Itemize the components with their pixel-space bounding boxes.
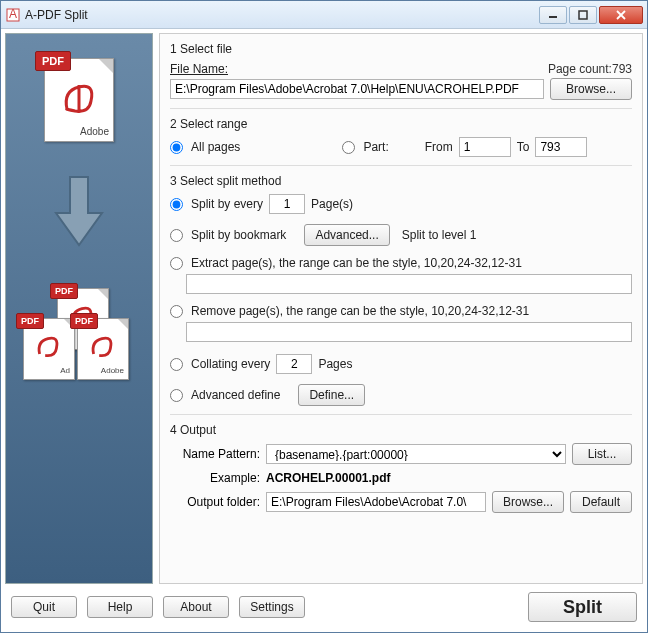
collating-radio[interactable]	[170, 358, 183, 371]
main-panel: 1 Select file File Name: Page count:793 …	[159, 33, 643, 584]
window-title: A-PDF Split	[25, 8, 539, 22]
page-count-label: Page count:793	[548, 62, 632, 76]
advanced-define-radio[interactable]	[170, 389, 183, 402]
collating-input[interactable]	[276, 354, 312, 374]
name-pattern-select[interactable]: {basename}.{part:00000}	[266, 444, 566, 464]
example-value: ACROHELP.00001.pdf	[266, 471, 390, 485]
to-label: To	[517, 140, 530, 154]
part-radio[interactable]	[342, 141, 355, 154]
section-output: 4 Output Name Pattern: {basename}.{part:…	[170, 423, 632, 521]
section4-title: 4 Output	[170, 423, 632, 437]
section-split-method: 3 Select split method Split by every Pag…	[170, 174, 632, 415]
section2-title: 2 Select range	[170, 117, 632, 131]
extract-radio[interactable]	[170, 257, 183, 270]
split-every-label: Split by every	[191, 197, 263, 211]
from-input[interactable]	[459, 137, 511, 157]
pdf-source-icon: PDF Adobe	[44, 58, 114, 142]
default-button[interactable]: Default	[570, 491, 632, 513]
define-button[interactable]: Define...	[298, 384, 365, 406]
application-window: A A-PDF Split PDF Adobe PDFAd	[0, 0, 648, 633]
example-label: Example:	[170, 471, 266, 485]
split-button[interactable]: Split	[528, 592, 637, 622]
app-icon: A	[5, 7, 21, 23]
section-select-range: 2 Select range All pages Part: From To	[170, 117, 632, 166]
about-button[interactable]: About	[163, 596, 229, 618]
to-input[interactable]	[535, 137, 587, 157]
from-label: From	[425, 140, 453, 154]
collating-label: Collating every	[191, 357, 270, 371]
part-label: Part:	[363, 140, 388, 154]
svg-text:A: A	[9, 8, 17, 21]
settings-button[interactable]: Settings	[239, 596, 305, 618]
split-level-label: Split to level 1	[402, 228, 477, 242]
pages-label2: Pages	[318, 357, 352, 371]
browse-file-button[interactable]: Browse...	[550, 78, 632, 100]
advanced-button[interactable]: Advanced...	[304, 224, 389, 246]
browse-folder-button[interactable]: Browse...	[492, 491, 564, 513]
split-every-radio[interactable]	[170, 198, 183, 211]
remove-radio[interactable]	[170, 305, 183, 318]
advanced-define-label: Advanced define	[191, 388, 280, 402]
remove-label: Remove page(s), the range can be the sty…	[191, 304, 529, 318]
close-button[interactable]	[599, 6, 643, 24]
sidebar-illustration: PDF Adobe PDFAd PDFAd PDFAdobe	[5, 33, 153, 584]
list-button[interactable]: List...	[572, 443, 632, 465]
minimize-button[interactable]	[539, 6, 567, 24]
output-folder-input[interactable]	[266, 492, 486, 512]
filename-label: File Name:	[170, 62, 228, 76]
down-arrow-icon	[49, 172, 109, 252]
split-every-input[interactable]	[269, 194, 305, 214]
help-button[interactable]: Help	[87, 596, 153, 618]
section-select-file: 1 Select file File Name: Page count:793 …	[170, 42, 632, 109]
section3-title: 3 Select split method	[170, 174, 632, 188]
section1-title: 1 Select file	[170, 42, 232, 56]
pages-label: Page(s)	[311, 197, 353, 211]
filename-input[interactable]	[170, 79, 544, 99]
svg-rect-3	[579, 11, 587, 19]
split-bookmark-radio[interactable]	[170, 229, 183, 242]
pdf-output-icons: PDFAd PDFAd PDFAdobe	[19, 282, 139, 392]
name-pattern-label: Name Pattern:	[170, 447, 266, 461]
footer: Quit Help About Settings Split	[5, 584, 643, 628]
maximize-button[interactable]	[569, 6, 597, 24]
titlebar[interactable]: A A-PDF Split	[1, 1, 647, 29]
remove-input[interactable]	[186, 322, 632, 342]
extract-label: Extract page(s), the range can be the st…	[191, 256, 522, 270]
all-pages-label: All pages	[191, 140, 240, 154]
split-bookmark-label: Split by bookmark	[191, 228, 286, 242]
output-folder-label: Output folder:	[170, 495, 266, 509]
quit-button[interactable]: Quit	[11, 596, 77, 618]
extract-input[interactable]	[186, 274, 632, 294]
all-pages-radio[interactable]	[170, 141, 183, 154]
